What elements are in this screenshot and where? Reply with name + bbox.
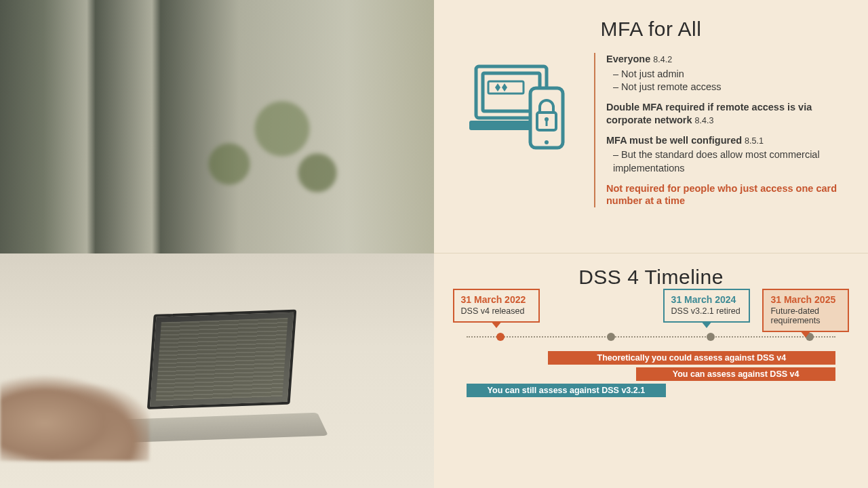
timeline-section: DSS 4 Timeline 31 March 2022 DSS v4 rele… (434, 253, 868, 488)
bar-theoretical: Theoretically you could assess against D… (548, 351, 835, 365)
everyone-ref: 8.4.2 (653, 55, 672, 64)
milestone-dot (607, 333, 615, 341)
mfa-details: Everyone 8.4.2 Not just admin Not just r… (594, 53, 845, 207)
everyone-point: Not just admin (613, 68, 845, 81)
svg-point-5 (545, 140, 549, 144)
bar-can-assess-v4: You can assess against DSS v4 (636, 367, 835, 381)
mfa-section: MFA for All (434, 0, 868, 253)
config-point: But the standard does allow most commerc… (613, 148, 845, 175)
everyone-point: Not just remote access (613, 81, 845, 94)
decorative-photo (0, 0, 434, 488)
config-label: MFA must be well configured (606, 135, 742, 146)
milestone-card: 31 March 2022 DSS v4 released (453, 289, 540, 323)
devices-lock-icon (457, 53, 579, 207)
milestone-card: 31 March 2025 Future-dated requirements (762, 289, 849, 332)
content-panel: MFA for All (434, 0, 868, 488)
mfa-exception-note: Not required for people who just access … (606, 182, 845, 208)
mfa-title: MFA for All (450, 18, 852, 41)
milestone-dot (496, 333, 505, 341)
bar-still-v321: You can still assess against DSS v3.2.1 (467, 384, 666, 397)
milestone-dot (707, 333, 715, 341)
config-ref: 8.5.1 (745, 136, 764, 146)
double-ref: 8.4.3 (695, 116, 714, 125)
timeline-bars: Theoretically you could assess against D… (467, 351, 835, 405)
everyone-label: Everyone (606, 54, 650, 64)
milestone-card: 31 March 2024 DSS v3.2.1 retired (663, 289, 750, 323)
timeline-title: DSS 4 Timeline (441, 266, 861, 289)
svg-rect-8 (546, 121, 548, 126)
timeline-axis: 31 March 2022 DSS v4 released 31 March 2… (467, 336, 835, 344)
